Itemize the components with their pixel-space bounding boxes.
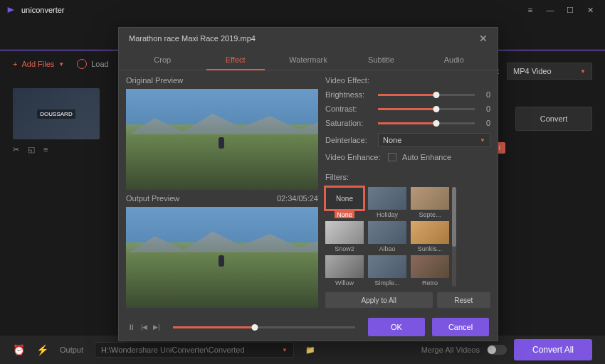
saturation-value: 0 xyxy=(480,119,490,127)
dialog-close-icon[interactable]: ✕ xyxy=(479,33,488,44)
maximize-button[interactable]: ☐ xyxy=(561,3,579,17)
plus-icon: + xyxy=(13,60,17,68)
tab-effect[interactable]: Effect xyxy=(199,49,271,70)
chevron-down-icon: ▼ xyxy=(282,347,288,353)
output-label: Output xyxy=(60,346,83,354)
chevron-down-icon: ▼ xyxy=(580,68,586,75)
gpu-accel-icon[interactable]: ⚡ xyxy=(36,344,48,355)
trim-icon[interactable]: ✂ xyxy=(13,145,19,154)
prev-frame-icon[interactable]: |◀ xyxy=(141,323,147,331)
close-button[interactable]: ✕ xyxy=(581,3,599,17)
merge-area: Merge All Videos Convert All xyxy=(421,339,592,360)
output-preview-label: Output Preview xyxy=(126,194,179,203)
original-preview-label: Original Preview xyxy=(126,76,183,85)
output-path-field[interactable]: H:\Wondershare UniConverter\Converted ▼ xyxy=(95,342,294,358)
contrast-slider[interactable] xyxy=(378,108,475,110)
minimize-button[interactable]: — xyxy=(541,3,559,17)
cancel-button[interactable]: Cancel xyxy=(432,318,489,336)
original-preview xyxy=(126,89,318,190)
chevron-down-icon: ▼ xyxy=(58,61,64,68)
video-effect-heading: Video Effect: xyxy=(325,76,490,85)
window-controls: ≡ — ☐ ✕ xyxy=(521,3,599,17)
saturation-slider[interactable] xyxy=(378,122,475,124)
queue-thumbnail[interactable]: DOUSSARD xyxy=(13,88,100,139)
effect-dialog: Marathon race Maxi Race 2019.mp4 ✕ Crop … xyxy=(118,27,498,341)
queue-item: DOUSSARD ✂ ◱ ≡ xyxy=(13,88,112,154)
contrast-value: 0 xyxy=(480,105,490,113)
add-files-button[interactable]: + Add Files ▼ xyxy=(13,60,64,68)
schedule-icon[interactable]: ⏰ xyxy=(13,344,25,355)
tab-subtitle[interactable]: Subtitle xyxy=(344,49,417,70)
load-button[interactable]: Load xyxy=(77,59,108,69)
dialog-tabs: Crop Effect Watermark Subtitle Audio xyxy=(119,49,498,70)
output-format-dropdown[interactable]: MP4 Video ▼ xyxy=(507,63,592,80)
play-pause-icon[interactable]: ⏸ xyxy=(127,323,135,331)
filter-snow2[interactable]: Snow2 xyxy=(325,221,364,252)
filter-buttons: Apply to All Reset xyxy=(325,292,490,308)
crop-icon[interactable]: ◱ xyxy=(28,145,35,154)
tab-audio[interactable]: Audio xyxy=(418,49,490,70)
contrast-label: Contrast: xyxy=(325,105,372,113)
output-format-area: to: MP4 Video ▼ xyxy=(491,63,592,80)
filter-september[interactable]: Septe... xyxy=(411,187,449,218)
convert-button[interactable]: Convert xyxy=(515,107,592,131)
logo-icon xyxy=(6,4,17,16)
saturation-label: Saturation: xyxy=(325,119,372,127)
dialog-header: Marathon race Maxi Race 2019.mp4 ✕ xyxy=(119,28,498,49)
filter-grid: NoneNone Holiday Septe... Snow2 Aibao Su… xyxy=(325,187,449,287)
app-logo: uniconverter xyxy=(6,4,65,16)
chevron-down-icon: ▼ xyxy=(480,137,485,144)
menu-button[interactable]: ≡ xyxy=(521,3,540,17)
record-dot-icon xyxy=(77,59,87,69)
filter-simple[interactable]: Simple... xyxy=(368,255,406,287)
filter-retro[interactable]: Retro xyxy=(411,255,449,287)
filter-scrollbar[interactable] xyxy=(452,187,456,287)
brightness-label: Brightness: xyxy=(325,90,372,99)
dialog-body: Original Preview Output Preview02:34/05:… xyxy=(119,70,498,314)
titlebar: uniconverter ≡ — ☐ ✕ xyxy=(0,0,605,20)
tab-crop[interactable]: Crop xyxy=(126,49,199,70)
dialog-footer: ⏸ |◀ ▶| OK Cancel xyxy=(119,314,498,341)
brightness-value: 0 xyxy=(480,90,490,99)
filters-heading: Filters: xyxy=(325,173,490,181)
settings-icon[interactable]: ≡ xyxy=(43,145,48,154)
apply-all-button[interactable]: Apply to All xyxy=(325,292,433,308)
timeline-slider[interactable] xyxy=(173,326,355,328)
convert-all-button[interactable]: Convert All xyxy=(514,339,592,360)
controls-column: Video Effect: Brightness: 0 Contrast: 0 … xyxy=(325,76,490,308)
queue-tools: ✂ ◱ ≡ xyxy=(13,145,112,154)
preview-column: Original Preview Output Preview02:34/05:… xyxy=(126,76,318,308)
tab-watermark[interactable]: Watermark xyxy=(272,49,344,70)
app-name: uniconverter xyxy=(21,6,65,14)
merge-toggle[interactable] xyxy=(487,345,507,355)
merge-label: Merge All Videos xyxy=(421,346,480,354)
dialog-filename: Marathon race Maxi Race 2019.mp4 xyxy=(129,34,256,43)
auto-enhance-checkbox[interactable] xyxy=(388,153,396,161)
filter-holiday[interactable]: Holiday xyxy=(368,187,406,218)
next-frame-icon[interactable]: ▶| xyxy=(153,323,159,331)
deinterlace-select[interactable]: None▼ xyxy=(378,133,490,147)
playback-controls: ⏸ |◀ ▶| xyxy=(127,323,160,331)
filter-none[interactable]: NoneNone xyxy=(325,187,364,218)
open-folder-icon[interactable]: 📁 xyxy=(305,346,315,355)
brightness-slider[interactable] xyxy=(378,94,475,96)
filter-sunkiss[interactable]: Sunkis... xyxy=(411,221,449,252)
timecode: 02:34/05:24 xyxy=(277,194,318,203)
output-preview xyxy=(126,207,318,308)
deinterlace-label: Deinterlace: xyxy=(325,136,372,144)
enhance-label: Video Enhance: xyxy=(325,153,382,161)
reset-button[interactable]: Reset xyxy=(437,292,490,308)
filter-aibao[interactable]: Aibao xyxy=(368,221,406,252)
ok-button[interactable]: OK xyxy=(368,318,425,336)
filter-willow[interactable]: Willow xyxy=(325,255,364,287)
auto-enhance-label: Auto Enhance xyxy=(402,153,451,161)
